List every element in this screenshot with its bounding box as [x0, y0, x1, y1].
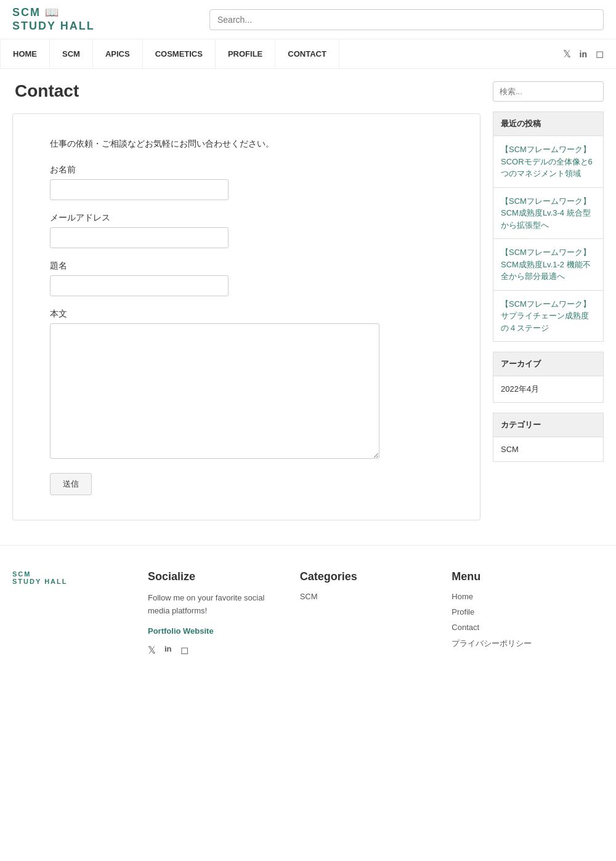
navigation: HOME SCM APICS COSMETICS PROFILE CONTACT…: [0, 39, 616, 69]
header-search-area: [197, 3, 616, 36]
footer: SCM STUDY HALL Socialize Follow me on yo…: [0, 545, 616, 681]
email-label: メールアドレス: [50, 212, 443, 224]
main-content: Contact 仕事の依頼・ご相談などお気軽にお問い合わせください。 お名前 メ…: [0, 69, 616, 545]
body-label: 本文: [50, 309, 443, 320]
footer-menu-home[interactable]: Home: [452, 592, 591, 601]
recent-post-1[interactable]: 【SCMフレームワーク】SCORモデルの全体像と6つのマネジメント領域: [493, 135, 604, 187]
linkedin-nav-icon[interactable]: in: [580, 49, 587, 59]
categories-title: カテゴリー: [493, 413, 604, 437]
footer-logo: SCM STUDY HALL: [12, 570, 148, 656]
footer-twitter-icon[interactable]: 𝕏: [148, 644, 156, 656]
footer-menu: Menu Home Profile Contact プライバシーポリシー: [452, 570, 604, 656]
nav-item-cosmetics[interactable]: COSMETICS: [143, 39, 216, 68]
email-input[interactable]: [50, 227, 229, 248]
logo-line1: SCM 📖: [12, 6, 95, 20]
name-label: お名前: [50, 164, 443, 176]
nav-items: HOME SCM APICS COSMETICS PROFILE CONTACT: [0, 39, 551, 68]
logo: SCM 📖 STUDY HALL: [0, 0, 197, 39]
search-input[interactable]: [209, 9, 604, 30]
footer-logo-line1: SCM: [12, 570, 148, 578]
header: SCM 📖 STUDY HALL: [0, 0, 616, 39]
twitter-nav-icon[interactable]: 𝕏: [563, 48, 571, 60]
nav-item-scm[interactable]: SCM: [50, 39, 93, 68]
content-area: Contact 仕事の依頼・ご相談などお気軽にお問い合わせください。 お名前 メ…: [12, 81, 480, 533]
subject-label: 題名: [50, 261, 443, 272]
footer-linkedin-icon[interactable]: in: [164, 644, 172, 656]
footer-socialize-text: Follow me on your favorite social media …: [148, 592, 288, 618]
name-field-group: お名前: [50, 164, 443, 200]
instagram-nav-icon[interactable]: ◻: [596, 48, 604, 60]
footer-cat-scm[interactable]: SCM: [300, 592, 440, 601]
name-input[interactable]: [50, 179, 229, 200]
form-intro: 仕事の依頼・ご相談などお気軽にお問い合わせください。: [50, 139, 443, 150]
footer-logo-line2: STUDY HALL: [12, 578, 148, 585]
nav-item-profile[interactable]: PROFILE: [216, 39, 275, 68]
nav-social: 𝕏 in ◻: [551, 48, 616, 60]
footer-categories: Categories SCM: [300, 570, 452, 656]
portfolio-link[interactable]: Portfolio Website: [148, 626, 288, 636]
page-title: Contact: [12, 81, 480, 101]
footer-menu-contact[interactable]: Contact: [452, 623, 591, 632]
archive-title: アーカイブ: [493, 352, 604, 376]
nav-item-home[interactable]: HOME: [0, 39, 50, 68]
subject-field-group: 題名: [50, 261, 443, 296]
body-textarea[interactable]: [50, 323, 379, 459]
footer-instagram-icon[interactable]: ◻: [180, 644, 188, 656]
nav-item-apics[interactable]: APICS: [93, 39, 143, 68]
footer-socialize-title: Socialize: [148, 570, 288, 583]
sidebar: 最近の投稿 【SCMフレームワーク】SCORモデルの全体像と6つのマネジメント領…: [493, 81, 604, 533]
recent-posts-title: 最近の投稿: [493, 111, 604, 135]
logo-line2: STUDY HALL: [12, 20, 95, 33]
sidebar-search-input[interactable]: [493, 81, 604, 102]
category-item-1[interactable]: SCM: [493, 437, 604, 462]
contact-form-card: 仕事の依頼・ご相談などお気軽にお問い合わせください。 お名前 メールアドレス 題…: [12, 113, 480, 520]
subject-input[interactable]: [50, 275, 229, 296]
footer-categories-title: Categories: [300, 570, 440, 583]
footer-menu-profile[interactable]: Profile: [452, 607, 591, 616]
archive-item-1[interactable]: 2022年4月: [493, 376, 604, 403]
footer-socialize: Socialize Follow me on your favorite soc…: [148, 570, 300, 656]
email-field-group: メールアドレス: [50, 212, 443, 248]
footer-social-icons: 𝕏 in ◻: [148, 644, 288, 656]
footer-menu-privacy[interactable]: プライバシーポリシー: [452, 638, 591, 649]
footer-menu-title: Menu: [452, 570, 591, 583]
recent-post-2[interactable]: 【SCMフレームワーク】SCM成熟度Lv.3-4 統合型から拡張型へ: [493, 187, 604, 239]
nav-item-contact[interactable]: CONTACT: [275, 39, 339, 68]
submit-button[interactable]: 送信: [50, 473, 92, 495]
recent-post-4[interactable]: 【SCMフレームワーク】サプライチェーン成熟度の４ステージ: [493, 290, 604, 342]
body-field-group: 本文: [50, 309, 443, 461]
recent-post-3[interactable]: 【SCMフレームワーク】SCM成熟度Lv.1-2 機能不全から部分最適へ: [493, 238, 604, 290]
